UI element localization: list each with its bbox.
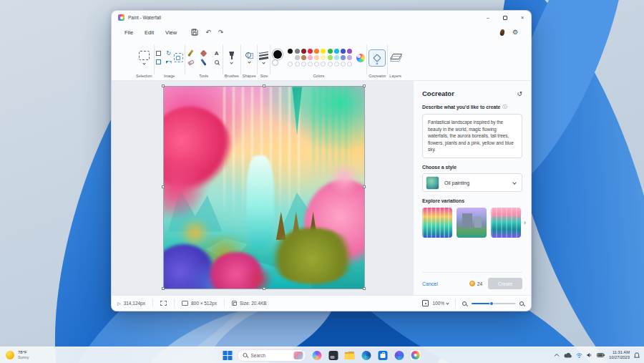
wifi-icon[interactable]: [576, 353, 582, 358]
info-icon[interactable]: ⓘ: [502, 104, 507, 110]
shapes-icon[interactable]: [245, 52, 253, 59]
palette-swatch[interactable]: [347, 55, 352, 60]
undo-icon[interactable]: ↶: [205, 29, 211, 36]
palette-swatch[interactable]: [314, 62, 319, 67]
zoom-slider-knob[interactable]: [489, 301, 494, 306]
selection-handle[interactable]: [363, 84, 366, 87]
search-daily-image[interactable]: [294, 352, 303, 359]
maximize-button[interactable]: [497, 11, 514, 24]
palette-swatch[interactable]: [301, 55, 306, 60]
zoom-in-icon[interactable]: [519, 301, 524, 306]
tools-group[interactable]: A Tools: [187, 42, 221, 80]
palette-swatch[interactable]: [321, 55, 326, 60]
selection-tool-icon[interactable]: [139, 51, 150, 60]
titlebar[interactable]: Paint - Waterfall – ×: [112, 11, 531, 24]
palette-swatch[interactable]: [341, 49, 346, 54]
brushes-group[interactable]: Brushes: [225, 42, 239, 80]
chevron-down-icon[interactable]: [263, 61, 265, 64]
taskbar-edge[interactable]: [361, 349, 372, 361]
palette-swatch[interactable]: [314, 55, 319, 60]
color2-swatch[interactable]: [272, 59, 278, 66]
variation-thumbnail-1[interactable]: [422, 208, 452, 238]
pencil-icon[interactable]: [188, 49, 194, 57]
cancel-button[interactable]: Cancel: [422, 281, 438, 286]
battery-icon[interactable]: [597, 353, 605, 357]
minimize-button[interactable]: –: [479, 11, 497, 24]
line-size-icon[interactable]: [259, 52, 268, 59]
palette-swatch[interactable]: [295, 49, 300, 54]
onedrive-cloud-icon[interactable]: [564, 353, 572, 358]
volume-icon[interactable]: [587, 352, 592, 358]
palette-swatch[interactable]: [334, 55, 339, 60]
palette-swatch[interactable]: [288, 62, 293, 67]
magnifier-icon[interactable]: [215, 60, 219, 64]
taskbar-file-explorer[interactable]: [344, 349, 356, 361]
palette-swatch[interactable]: [341, 55, 346, 60]
fill-bucket-icon[interactable]: [200, 49, 208, 57]
taskbar-copilot[interactable]: [311, 349, 323, 361]
start-button[interactable]: [223, 351, 233, 360]
palette-swatch[interactable]: [321, 62, 326, 67]
taskbar-app-dark[interactable]: [328, 349, 339, 361]
save-icon[interactable]: [191, 29, 198, 36]
image-group[interactable]: ↻ Image: [156, 42, 183, 80]
selection-handle[interactable]: [263, 287, 265, 290]
palette-swatch[interactable]: [341, 62, 346, 67]
palette-swatch[interactable]: [295, 62, 300, 67]
history-icon[interactable]: ↺: [517, 90, 522, 97]
taskbar-paint-active[interactable]: [410, 349, 421, 361]
style-dropdown[interactable]: Oil painting: [422, 173, 522, 192]
palette-swatch[interactable]: [308, 49, 313, 54]
edit-colors-icon[interactable]: [356, 54, 365, 62]
crop-icon[interactable]: [156, 51, 162, 57]
palette-swatch[interactable]: [314, 49, 319, 54]
zoom-slider[interactable]: [472, 303, 516, 304]
create-button[interactable]: Create: [488, 278, 522, 289]
settings-gear-icon[interactable]: ⚙: [512, 29, 518, 36]
canvas-image[interactable]: [164, 87, 364, 289]
zoom-level-dropdown[interactable]: 100%: [432, 301, 449, 306]
selection-handle[interactable]: [263, 84, 265, 87]
chevron-down-icon[interactable]: [142, 62, 145, 64]
palette-swatch[interactable]: [328, 49, 333, 54]
cocreator-group[interactable]: Cocreator: [369, 42, 386, 80]
palette-swatch[interactable]: [347, 62, 352, 67]
selection-handle[interactable]: [162, 287, 165, 290]
resize-icon[interactable]: [156, 59, 162, 65]
image-options-icon[interactable]: [174, 53, 183, 62]
palette-swatch[interactable]: [347, 49, 352, 54]
clock[interactable]: 11:31 AM 10/27/2023: [609, 350, 630, 359]
palette-swatch[interactable]: [328, 62, 333, 67]
brushes-icon[interactable]: [228, 52, 235, 59]
tray-chevron-up-icon[interactable]: [554, 353, 560, 357]
chevron-down-icon[interactable]: [230, 61, 233, 64]
palette-swatch[interactable]: [288, 55, 293, 60]
close-button[interactable]: ×: [514, 11, 531, 24]
selection-handle[interactable]: [162, 185, 165, 188]
palette-swatch[interactable]: [321, 49, 326, 54]
cocreator-button[interactable]: [369, 49, 386, 67]
notification-bell-icon[interactable]: [634, 352, 640, 359]
weather-widget[interactable]: 78°F Sunny: [6, 350, 29, 359]
canvas-area[interactable]: [112, 81, 413, 295]
eraser-icon[interactable]: [187, 59, 194, 65]
variation-thumbnail-2[interactable]: [457, 208, 487, 238]
palette-swatch[interactable]: [334, 62, 339, 67]
taskbar-photos[interactable]: [394, 349, 405, 361]
prompt-textarea[interactable]: Fantastical landscape inspired by the be…: [422, 114, 522, 158]
flip-icon[interactable]: [166, 59, 172, 65]
zoom-out-icon[interactable]: [462, 301, 467, 306]
taskbar-store[interactable]: [377, 349, 389, 361]
palette-swatch[interactable]: [308, 62, 313, 67]
color-picker-icon[interactable]: [201, 59, 207, 66]
size-group[interactable]: Size: [259, 42, 268, 80]
brush-tip-icon[interactable]: [499, 29, 505, 36]
palette-swatch[interactable]: [288, 49, 293, 54]
search-box[interactable]: Search: [238, 349, 306, 362]
variation-thumbnail-3[interactable]: [491, 208, 521, 238]
layers-group[interactable]: Layers: [389, 42, 401, 80]
palette-swatch[interactable]: [301, 49, 306, 54]
palette-swatch[interactable]: [295, 55, 300, 60]
rotate-icon[interactable]: ↻: [166, 51, 172, 57]
palette-swatch[interactable]: [308, 55, 313, 60]
